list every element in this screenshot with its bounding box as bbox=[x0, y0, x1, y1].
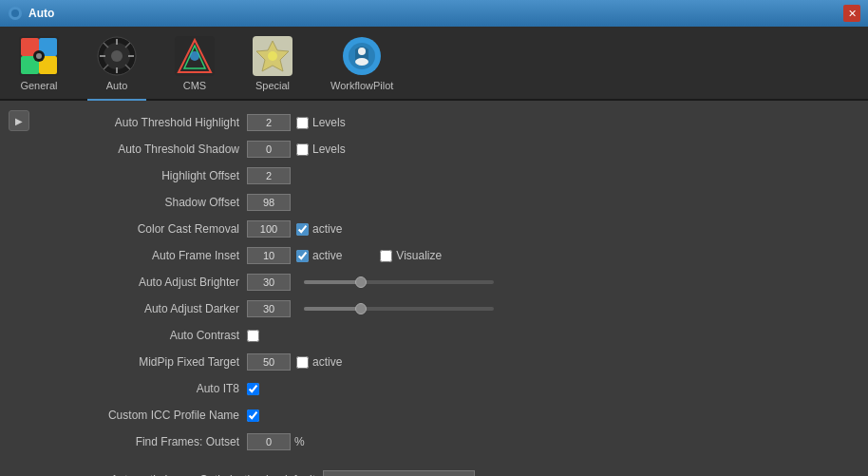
cms-icon bbox=[175, 36, 215, 76]
checkbox-midpip-active[interactable] bbox=[296, 356, 309, 369]
checkbox-levels-highlight[interactable] bbox=[296, 117, 309, 129]
row-shadow-offset: Shadow Offset bbox=[57, 190, 849, 215]
tab-special[interactable]: Special bbox=[243, 32, 302, 101]
svg-point-11 bbox=[111, 50, 123, 62]
input-color-cast-removal[interactable] bbox=[247, 220, 291, 238]
active-midpip-label: active bbox=[312, 355, 342, 369]
label-auto-adjust-darker: Auto Adjust Darker bbox=[57, 302, 247, 315]
tab-general[interactable]: General bbox=[9, 32, 68, 101]
special-icon bbox=[253, 36, 292, 76]
checkbox-auto-contrast[interactable] bbox=[247, 330, 259, 342]
input-find-frames-outset[interactable] bbox=[247, 433, 291, 450]
active-frame-label: active bbox=[312, 249, 342, 262]
tab-special-label: Special bbox=[255, 80, 290, 91]
row-color-cast-removal: Color Cast Removal active bbox=[57, 217, 849, 241]
visualize-label: Visualize bbox=[396, 249, 442, 262]
tab-workflowpilot-label: WorkflowPilot bbox=[330, 80, 393, 91]
levels-highlight-wrapper: Levels bbox=[296, 116, 346, 129]
tab-cms[interactable]: CMS bbox=[165, 32, 224, 101]
row-custom-icc-profile: Custom ICC Profile Name bbox=[57, 403, 849, 428]
label-shadow-offset: Shadow Offset bbox=[57, 196, 247, 209]
active-frame-wrapper: active bbox=[296, 249, 342, 262]
tab-general-label: General bbox=[20, 80, 57, 91]
tab-cms-label: CMS bbox=[183, 80, 206, 91]
row-auto-contrast: Auto Contrast bbox=[57, 323, 849, 348]
slider-darker-wrapper bbox=[296, 307, 494, 311]
row-find-frames-outset: Find Frames: Outset % bbox=[57, 429, 849, 454]
row-auto-image-optimization: Automatic Image Optimization by default … bbox=[57, 467, 849, 476]
label-midpip-fixed-target: MidPip Fixed Target bbox=[57, 355, 247, 369]
label-auto-it8: Auto IT8 bbox=[57, 382, 247, 395]
visualize-wrapper: Visualize bbox=[380, 249, 442, 262]
slider-brighter-wrapper bbox=[296, 280, 494, 284]
title-bar: Auto ✕ bbox=[0, 0, 868, 27]
label-find-frames-outset: Find Frames: Outset bbox=[57, 435, 247, 448]
app-icon bbox=[8, 6, 23, 21]
active-color-cast-label: active bbox=[312, 222, 342, 236]
label-auto-contrast: Auto Contrast bbox=[57, 329, 247, 342]
svg-point-29 bbox=[358, 48, 366, 55]
row-auto-threshold-highlight: Auto Threshold Highlight Levels bbox=[57, 110, 849, 135]
row-highlight-offset: Highlight Offset bbox=[57, 163, 849, 188]
auto-icon bbox=[97, 36, 137, 76]
slider-brighter[interactable] bbox=[304, 280, 494, 284]
svg-point-23 bbox=[190, 51, 199, 61]
slider-darker[interactable] bbox=[304, 307, 494, 311]
svg-point-30 bbox=[355, 58, 368, 66]
checkbox-levels-shadow[interactable] bbox=[296, 143, 309, 156]
checkbox-custom-icc-profile[interactable] bbox=[247, 409, 259, 422]
input-shadow-offset[interactable] bbox=[247, 194, 291, 211]
select-auto-image-optimization[interactable]: <none> Option 1 Option 2 bbox=[323, 470, 475, 476]
close-button[interactable]: ✕ bbox=[843, 5, 860, 22]
checkbox-auto-it8[interactable] bbox=[247, 383, 259, 395]
input-auto-frame-inset[interactable] bbox=[247, 247, 291, 264]
checkbox-visualize[interactable] bbox=[380, 250, 392, 262]
play-button[interactable]: ▶ bbox=[9, 110, 29, 131]
percent-label: % bbox=[294, 435, 305, 448]
label-highlight-offset: Highlight Offset bbox=[57, 169, 247, 182]
checkbox-color-cast-active[interactable] bbox=[296, 223, 309, 236]
tab-bar: General Auto bbox=[0, 27, 868, 101]
input-auto-adjust-darker[interactable] bbox=[247, 300, 291, 317]
label-auto-threshold-highlight: Auto Threshold Highlight bbox=[57, 116, 247, 129]
input-auto-threshold-highlight[interactable] bbox=[247, 114, 291, 131]
svg-point-1 bbox=[11, 10, 19, 17]
tab-auto[interactable]: Auto bbox=[87, 32, 146, 101]
tab-workflowpilot[interactable]: WorkflowPilot bbox=[321, 32, 403, 101]
row-auto-adjust-brighter: Auto Adjust Brighter bbox=[57, 270, 849, 295]
label-color-cast-removal: Color Cast Removal bbox=[57, 222, 247, 236]
label-custom-icc-profile: Custom ICC Profile Name bbox=[57, 409, 247, 422]
svg-point-8 bbox=[36, 53, 42, 59]
levels-shadow-wrapper: Levels bbox=[296, 143, 346, 156]
content-area: ▶ Auto Threshold Highlight Levels Auto T… bbox=[0, 101, 868, 476]
workflowpilot-icon bbox=[342, 36, 382, 76]
row-auto-threshold-shadow: Auto Threshold Shadow Levels bbox=[57, 137, 849, 162]
active-color-cast-wrapper: active bbox=[296, 222, 342, 236]
row-midpip-fixed-target: MidPip Fixed Target active bbox=[57, 350, 849, 374]
row-auto-adjust-darker: Auto Adjust Darker bbox=[57, 296, 849, 321]
levels-highlight-label: Levels bbox=[312, 116, 346, 129]
general-icon bbox=[19, 36, 59, 76]
row-auto-frame-inset: Auto Frame Inset active Visualize bbox=[57, 243, 849, 268]
row-auto-it8: Auto IT8 bbox=[57, 376, 849, 401]
input-midpip-fixed-target[interactable] bbox=[247, 353, 291, 371]
window-title: Auto bbox=[28, 7, 54, 20]
active-midpip-wrapper: active bbox=[296, 355, 342, 369]
svg-point-26 bbox=[268, 51, 277, 61]
left-panel: ▶ bbox=[0, 101, 38, 476]
label-auto-threshold-shadow: Auto Threshold Shadow bbox=[57, 143, 247, 156]
input-auto-adjust-brighter[interactable] bbox=[247, 274, 291, 291]
label-auto-adjust-brighter: Auto Adjust Brighter bbox=[57, 276, 247, 289]
checkbox-frame-active[interactable] bbox=[296, 250, 309, 262]
input-highlight-offset[interactable] bbox=[247, 167, 291, 184]
label-auto-frame-inset: Auto Frame Inset bbox=[57, 249, 247, 262]
main-content: Auto Threshold Highlight Levels Auto Thr… bbox=[38, 101, 868, 476]
levels-shadow-label: Levels bbox=[312, 143, 346, 156]
title-bar-left: Auto bbox=[8, 6, 54, 21]
input-auto-threshold-shadow[interactable] bbox=[247, 141, 291, 158]
tab-auto-label: Auto bbox=[106, 80, 128, 91]
